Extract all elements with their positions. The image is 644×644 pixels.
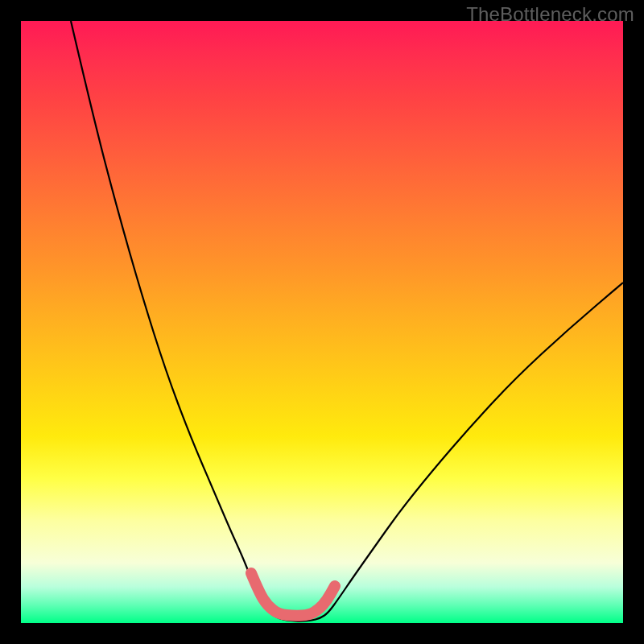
chart-area xyxy=(21,21,623,623)
watermark-text: TheBottleneck.com xyxy=(466,3,634,26)
